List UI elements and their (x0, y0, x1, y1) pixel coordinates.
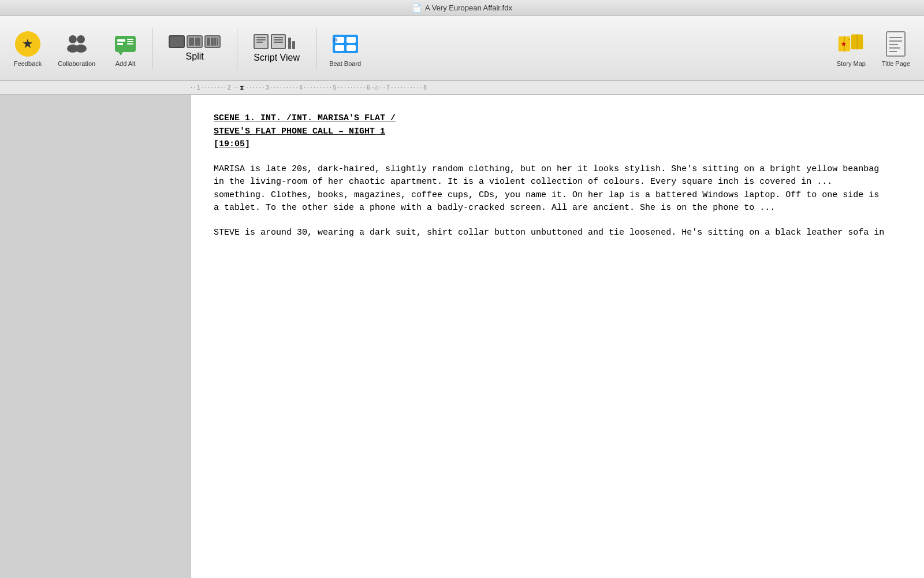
title-page-button[interactable]: Title Page (874, 16, 918, 80)
ruler-content: · · 1 · · · · · · · · 2 · · ⧗ · · · · · … (191, 84, 924, 91)
script-area[interactable]: SCENE 1. INT. /INT. MARISA'S FLAT / STEV… (191, 95, 924, 578)
split-double-icon (187, 35, 203, 48)
svg-rect-6 (117, 43, 123, 45)
title-bar: 📄 A Very European Affair.fdx (0, 0, 924, 16)
doc-title: A Very European Affair.fdx (425, 3, 512, 12)
ruler: · · 1 · · · · · · · · 2 · · ⧗ · · · · · … (0, 81, 924, 95)
separator-1 (152, 28, 152, 69)
svg-rect-9 (127, 43, 133, 45)
collaboration-icon-area (63, 30, 91, 58)
script-view-icons (254, 34, 300, 49)
add-alt-button[interactable]: Add Alt (103, 16, 147, 80)
left-sidebar (0, 95, 191, 578)
svg-point-2 (77, 35, 85, 43)
story-map-button[interactable]: ★ Story Map (829, 16, 874, 80)
beat-board-label: Beat Board (329, 60, 361, 67)
feedback-label: Feedback (14, 60, 42, 67)
action-block-2: STEVE is around 30, wearing a dark suit,… (214, 227, 889, 240)
feedback-icon-area: ★ (14, 30, 42, 58)
action-text-1: MARISA is late 20s, dark-haired, slightl… (214, 164, 879, 213)
split-button[interactable]: Split (157, 16, 232, 80)
action-block-1: MARISA is late 20s, dark-haired, slightl… (214, 163, 889, 215)
separator-3 (316, 28, 316, 69)
svg-rect-14 (335, 45, 344, 51)
collaboration-icon (64, 31, 90, 57)
action-text-2: STEVE is around 30, wearing a dark suit,… (214, 228, 884, 238)
svg-rect-5 (117, 39, 125, 42)
svg-rect-13 (346, 37, 356, 43)
script-list-icon (271, 34, 286, 49)
svg-marker-10 (118, 52, 123, 55)
title-page-icon-area (882, 30, 910, 58)
script-doc-icon (254, 34, 269, 49)
svg-rect-16 (333, 38, 337, 42)
svg-text:★: ★ (840, 40, 846, 47)
svg-rect-8 (127, 41, 133, 42)
add-alt-icon (113, 31, 138, 57)
story-map-icon-area: ★ (837, 30, 865, 58)
story-map-label: Story Map (837, 60, 866, 67)
beat-board-button[interactable]: Beat Board (321, 16, 369, 80)
script-bars-icon (288, 34, 300, 49)
split-triple-icon (204, 35, 221, 48)
doc-icon: 📄 (412, 3, 422, 13)
split-single-icon (169, 35, 185, 48)
toolbar: ★ Feedback Collaboration (0, 16, 924, 81)
script-view-label: Script View (254, 53, 300, 63)
separator-2 (237, 28, 237, 69)
split-label: Split (186, 51, 204, 62)
add-alt-label: Add Alt (116, 60, 136, 67)
svg-rect-7 (127, 39, 133, 40)
title-page-icon (885, 31, 906, 57)
split-icons (169, 35, 221, 48)
story-map-icon: ★ (837, 31, 865, 57)
beat-board-icon-area (331, 30, 359, 58)
scene-heading: SCENE 1. INT. /INT. MARISA'S FLAT / STEV… (214, 112, 889, 151)
collaboration-button[interactable]: Collaboration (50, 16, 103, 80)
title-page-label: Title Page (882, 60, 910, 67)
collaboration-label: Collaboration (58, 60, 95, 67)
star-icon: ★ (15, 31, 40, 57)
feedback-button[interactable]: ★ Feedback (6, 16, 50, 80)
svg-point-0 (69, 35, 77, 43)
svg-rect-15 (346, 45, 356, 51)
beat-board-icon (331, 32, 359, 55)
svg-point-3 (75, 45, 87, 53)
main-area: SCENE 1. INT. /INT. MARISA'S FLAT / STEV… (0, 95, 924, 578)
script-view-button[interactable]: Script View (242, 16, 311, 80)
add-alt-icon-area (111, 30, 139, 58)
